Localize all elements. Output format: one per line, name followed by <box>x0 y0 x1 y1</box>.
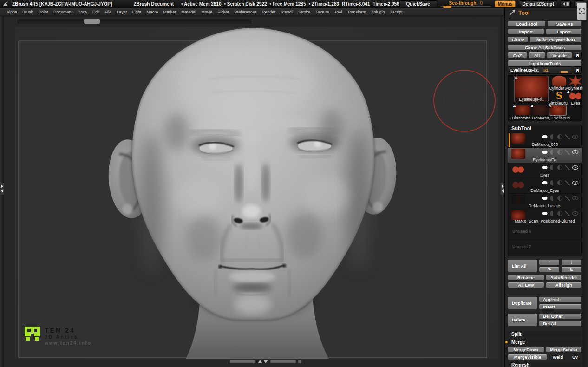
menu-item[interactable]: Preferences <box>234 10 257 14</box>
tool-thumbnail-current[interactable]: EyelineupFix. <box>514 76 549 102</box>
copy-subtool-button[interactable] <box>539 267 560 273</box>
menu-item[interactable]: Draw <box>78 10 87 14</box>
make-polymesh3d-button[interactable]: Make PolyMesh3D <box>529 36 582 43</box>
menu-item[interactable]: Stroke <box>298 10 310 14</box>
clone-all-subtools-button[interactable]: Clone All SubTools <box>508 44 582 51</box>
menu-item[interactable]: Edit <box>92 10 100 14</box>
brush-toggle-icon[interactable] <box>565 196 570 201</box>
import-button[interactable]: Import <box>508 28 544 35</box>
visibility-eye-icon[interactable] <box>572 150 578 154</box>
move-down-button[interactable] <box>561 259 582 265</box>
menu-item[interactable]: Marker <box>163 10 176 14</box>
clone-button[interactable]: Clone <box>508 36 528 43</box>
see-through-track[interactable] <box>440 6 491 7</box>
split-section-header[interactable]: Split <box>508 331 582 337</box>
menu-item[interactable]: Render <box>262 10 276 14</box>
all-high-button[interactable]: All High <box>546 282 582 288</box>
save-as-button[interactable]: Save As <box>547 20 582 27</box>
expand-interface-button[interactable] <box>577 2 587 20</box>
shade-toggle-icon[interactable] <box>550 180 555 185</box>
menu-item[interactable]: Texture <box>315 10 329 14</box>
scrollbar-track-right[interactable] <box>270 360 296 363</box>
merge-section-header[interactable]: Merge <box>508 339 582 345</box>
tray-divider-grip[interactable] <box>84 19 100 24</box>
del-other-button[interactable]: Del Other <box>539 313 582 319</box>
subtool-item[interactable]: DeMarco_Lashes <box>508 194 582 209</box>
brush-toggle-icon[interactable] <box>565 211 570 216</box>
visibility-eye-icon[interactable] <box>572 181 578 185</box>
menu-item[interactable]: Material <box>181 10 196 14</box>
paste-subtool-button[interactable] <box>561 267 582 273</box>
subtool-item[interactable]: Unused 7 <box>508 240 582 255</box>
visibility-eye-icon[interactable] <box>572 165 578 170</box>
polypaint-toggle-icon[interactable] <box>542 150 548 155</box>
brush-toggle-icon[interactable] <box>565 180 570 185</box>
right-tray-divider[interactable] <box>501 16 504 367</box>
mergevisible-button[interactable]: MergeVisible <box>508 354 548 360</box>
contrast-toggle-icon[interactable] <box>557 134 562 139</box>
polypaint-toggle-icon[interactable] <box>542 196 548 201</box>
tool-thumbnail-eyelineup[interactable] <box>549 105 566 115</box>
menu-item[interactable]: Tool <box>334 10 342 14</box>
default-zscript-button[interactable]: DefaultZScript <box>519 0 557 7</box>
rename-button[interactable]: Rename <box>508 275 544 281</box>
menu-item[interactable]: Zscript <box>390 10 403 14</box>
load-tool-button[interactable]: Load Tool <box>508 20 546 27</box>
shade-toggle-icon[interactable] <box>550 150 555 155</box>
polypaint-toggle-icon[interactable] <box>542 211 548 216</box>
polypaint-toggle-icon[interactable] <box>542 134 548 139</box>
visibility-eye-icon[interactable] <box>572 135 578 139</box>
brush-toggle-icon[interactable] <box>565 165 570 170</box>
del-all-button[interactable]: Del All <box>539 321 582 327</box>
duplicate-button[interactable]: Duplicate <box>508 296 537 310</box>
shade-toggle-icon[interactable] <box>550 134 555 139</box>
document-canvas[interactable] <box>4 16 501 367</box>
move-up-button[interactable] <box>539 259 560 265</box>
top-tray-divider[interactable] <box>17 19 252 24</box>
list-all-button[interactable]: List All <box>508 259 537 273</box>
document-scrollbar[interactable] <box>230 360 301 363</box>
scroll-up-icon[interactable] <box>258 360 262 363</box>
tool-palette-header[interactable]: Tool <box>509 9 529 16</box>
goz-all-button[interactable]: All <box>529 52 545 59</box>
tool-r-button[interactable]: R <box>574 66 582 74</box>
tool-thumbnail-cylinder3[interactable] <box>552 76 566 87</box>
left-tray-toggle[interactable] <box>0 183 4 195</box>
see-through-slider[interactable]: See-through 0 <box>440 0 491 7</box>
goz-visible-button[interactable]: Visible <box>547 52 572 59</box>
menu-item[interactable]: Layer <box>117 10 127 14</box>
menu-item[interactable]: Picker <box>217 10 229 14</box>
polypaint-toggle-icon[interactable] <box>542 180 548 185</box>
contrast-toggle-icon[interactable] <box>557 211 562 216</box>
menu-item[interactable]: Document <box>53 10 72 14</box>
export-button[interactable]: Export <box>546 28 582 35</box>
scrollbar-end-cap[interactable] <box>298 360 301 363</box>
contrast-toggle-icon[interactable] <box>557 165 562 170</box>
subtool-item[interactable]: Unused 6 <box>508 224 582 240</box>
remesh-section-header[interactable]: Remesh <box>508 362 582 367</box>
subtool-item[interactable]: DeMarco_Eyes <box>508 178 582 194</box>
menu-item[interactable]: Light <box>132 10 142 14</box>
left-tray-divider[interactable] <box>0 16 4 367</box>
brush-toggle-icon[interactable] <box>565 134 570 139</box>
tool-thumbnail-eyes[interactable] <box>569 92 582 100</box>
autoreorder-button[interactable]: AutoReorder <box>546 275 582 281</box>
subtool-item[interactable]: Eyes <box>508 163 582 178</box>
brush-toggle-icon[interactable] <box>565 150 570 155</box>
menu-item[interactable]: Movie <box>201 10 212 14</box>
delete-button[interactable]: Delete <box>508 313 537 327</box>
goz-r-button[interactable]: R <box>574 52 582 59</box>
all-low-button[interactable]: All Low <box>508 282 544 288</box>
menu-item[interactable]: File <box>105 10 112 14</box>
lightbox-tools-button[interactable]: Lightbox▸Tools <box>508 60 582 66</box>
scroll-palettes-left-button[interactable] <box>561 0 571 7</box>
insert-button[interactable]: Insert <box>539 304 582 310</box>
scroll-down-icon[interactable] <box>263 360 268 363</box>
mergedown-button[interactable]: MergeDown <box>508 347 544 353</box>
shade-toggle-icon[interactable] <box>550 165 555 170</box>
visibility-eye-icon[interactable] <box>572 211 578 216</box>
contrast-toggle-icon[interactable] <box>557 180 562 185</box>
menu-item[interactable]: Stencil <box>281 10 293 14</box>
mergesimilar-button[interactable]: MergeSimilar <box>546 347 582 353</box>
polypaint-toggle-icon[interactable] <box>542 165 548 170</box>
